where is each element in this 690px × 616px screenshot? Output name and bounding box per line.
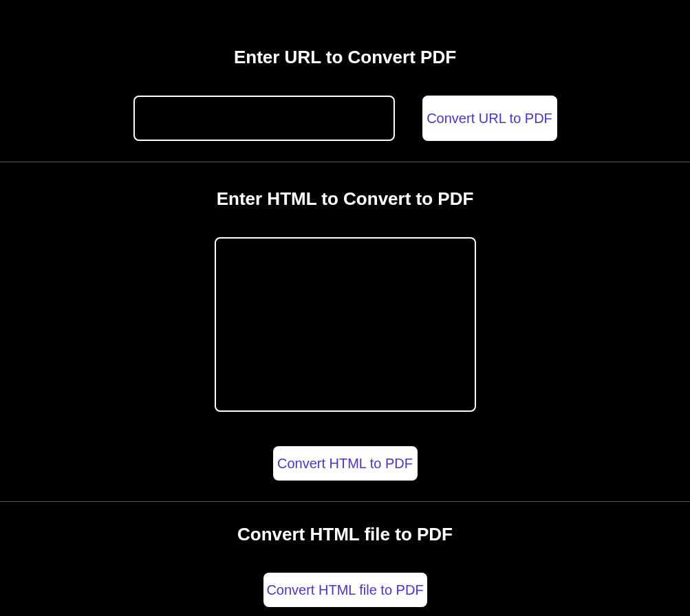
html-to-pdf-section: Enter HTML to Convert to PDF Convert HTM…	[0, 162, 690, 502]
convert-url-button[interactable]: Convert URL to PDF	[422, 96, 557, 141]
convert-file-button[interactable]: Convert HTML file to PDF	[263, 573, 427, 607]
file-section-title: Convert HTML file to PDF	[237, 524, 453, 545]
url-section-title: Enter URL to Convert PDF	[234, 47, 456, 68]
url-to-pdf-section: Enter URL to Convert PDF Convert URL to …	[0, 0, 690, 162]
html-section-title: Enter HTML to Convert to PDF	[217, 188, 474, 210]
html-textarea[interactable]	[215, 237, 476, 412]
url-input[interactable]	[133, 96, 395, 141]
file-to-pdf-section: Convert HTML file to PDF Convert HTML fi…	[0, 502, 690, 616]
convert-html-button[interactable]: Convert HTML to PDF	[273, 446, 418, 481]
url-input-row: Convert URL to PDF	[133, 96, 557, 141]
